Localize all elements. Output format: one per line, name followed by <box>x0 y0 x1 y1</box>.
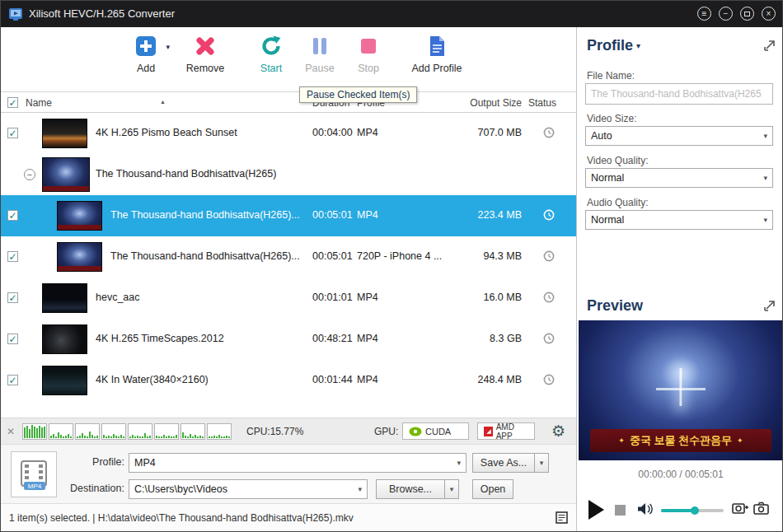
row-checkbox[interactable]: ✓ <box>7 210 18 221</box>
audio-quality-select[interactable]: Normal ▾ <box>585 210 773 230</box>
expand-preview-icon[interactable] <box>763 300 776 315</box>
playback-time: 00:00:00 / 00:05:01 <box>577 469 783 480</box>
main-pane: ▾ Add Remove Start Pause <box>1 27 576 532</box>
volume-slider-fill <box>661 509 694 512</box>
close-button[interactable]: × <box>762 7 776 21</box>
browse-button[interactable]: Browse... <box>376 479 445 499</box>
preview-video: ✦ 중국 보물 천수관음무 ✦ <box>579 320 783 460</box>
conversion-report-icon[interactable] <box>555 511 570 528</box>
row-name: hevc_aac <box>96 292 140 303</box>
table-row-group[interactable]: − The Thousand-hand Bodhisattva(H265) <box>1 154 576 195</box>
row-profile: MP4 <box>357 292 378 303</box>
pause-icon <box>293 34 346 60</box>
table-row[interactable]: ✓ 4K In Water(3840×2160) 00:01:44 MP4 24… <box>1 360 576 401</box>
row-checkbox[interactable]: ✓ <box>7 292 18 303</box>
check-icon: ✓ <box>8 128 16 138</box>
expand-profile-icon[interactable] <box>763 40 776 54</box>
volume-slider[interactable] <box>661 509 724 512</box>
cuda-badge[interactable]: CUDA <box>402 422 469 440</box>
stop-playback-button[interactable] <box>615 505 626 516</box>
destination-select[interactable]: C:\Users\byc\Videos ▾ <box>129 479 368 499</box>
row-duration: 00:05:01 <box>312 209 353 221</box>
sort-indicator-icon: ▲ <box>160 99 166 105</box>
maximize-button[interactable] <box>740 7 754 21</box>
row-checkbox[interactable]: ✓ <box>7 375 18 385</box>
column-output-size[interactable]: Output Size <box>446 97 522 109</box>
preview-section-title[interactable]: Preview <box>587 297 643 315</box>
video-size-label: Video Size: <box>587 113 637 124</box>
cpu-usage-graph <box>22 423 232 440</box>
play-button[interactable] <box>588 500 604 520</box>
row-name: The Thousand-hand Bodhisattva(H265)... <box>110 250 300 262</box>
select-all-checkbox[interactable]: ✓ <box>7 97 18 108</box>
table-row[interactable]: ✓ hevc_aac 00:01:01 MP4 16.0 MB <box>1 278 576 319</box>
status-clock-icon <box>543 127 555 141</box>
player-controls <box>577 488 783 532</box>
amd-icon <box>484 427 493 436</box>
amd-app-badge[interactable]: AMD APP <box>477 422 535 440</box>
app-logo-icon <box>8 7 23 21</box>
stop-button[interactable]: Stop <box>342 34 395 74</box>
save-as-dropdown-button[interactable]: ▾ <box>534 453 549 473</box>
row-profile: MP4 <box>357 333 378 344</box>
row-name: 4K H.265 Pismo Beach Sunset <box>96 127 237 138</box>
remove-button[interactable]: Remove <box>179 34 232 74</box>
svg-text:MP4: MP4 <box>28 483 42 490</box>
file-name-input[interactable]: The Thousand-hand Bodhisattva(H265 <box>585 83 773 105</box>
row-checkbox[interactable]: ✓ <box>7 334 18 344</box>
browse-dropdown-button[interactable]: ▾ <box>444 479 459 499</box>
add-dropdown-icon[interactable]: ▾ <box>166 43 170 51</box>
profile-format-icon: MP4 <box>11 451 57 497</box>
row-name: 4K H.265 TimeScapes.2012 <box>96 333 224 344</box>
title-bar: Xilisoft HEVC/H.265 Converter ≡ − × <box>1 1 783 27</box>
snapshot-film-icon[interactable] <box>732 501 748 518</box>
row-checkbox[interactable]: ✓ <box>7 128 18 138</box>
pause-button[interactable]: Pause <box>293 34 346 74</box>
window-title: Xilisoft HEVC/H.265 Converter <box>29 7 175 20</box>
row-duration: 00:04:00 <box>312 127 353 138</box>
row-profile: MP4 <box>357 374 378 385</box>
add-button[interactable]: ▾ Add <box>120 34 172 74</box>
video-quality-label: Video Quality: <box>587 155 649 166</box>
table-header: ✓ Name ▲ Duration Profile Output Size St… <box>1 91 576 113</box>
open-button[interactable]: Open <box>472 479 513 499</box>
video-quality-select[interactable]: Normal ▾ <box>585 168 773 188</box>
row-size: 8.3 GB <box>446 333 522 344</box>
profile-select[interactable]: MP4 ▾ <box>129 453 467 473</box>
status-clock-icon <box>543 333 555 347</box>
stage-light <box>656 388 706 390</box>
close-monitor-icon[interactable]: ✕ <box>7 426 15 437</box>
profile-label: Profile: <box>65 456 124 468</box>
gpu-label: GPU: <box>374 426 398 437</box>
minimize-button[interactable]: − <box>719 7 733 21</box>
video-thumbnail <box>42 283 87 313</box>
table-row[interactable]: ✓ 4K H.265 TimeScapes.2012 00:48:21 MP4 … <box>1 319 576 360</box>
minus-icon: − <box>27 170 32 180</box>
video-size-select[interactable]: Auto ▾ <box>585 126 773 146</box>
profile-section-title[interactable]: Profile▾ <box>587 37 640 54</box>
collapse-icon[interactable]: − <box>24 169 35 180</box>
file-list: ✓ 4K H.265 Pismo Beach Sunset 00:04:00 M… <box>1 113 576 418</box>
toolbar: ▾ Add Remove Start Pause <box>1 27 576 91</box>
status-bar: 1 item(s) selected. | H:\data\video\The … <box>1 503 576 532</box>
camera-snapshot-icon[interactable] <box>753 501 770 518</box>
check-icon: ✓ <box>8 211 16 221</box>
save-as-button[interactable]: Save As... <box>472 453 535 473</box>
column-name[interactable]: Name <box>26 97 52 109</box>
column-status[interactable]: Status <box>528 97 556 109</box>
table-row[interactable]: ✓ The Thousand-hand Bodhisattva(H265)...… <box>1 236 576 278</box>
add-profile-button[interactable]: Add Profile <box>405 34 469 74</box>
status-clock-icon <box>543 250 555 264</box>
video-thumbnail <box>42 366 87 395</box>
volume-slider-handle[interactable] <box>691 506 699 515</box>
table-row[interactable]: ✓ 4K H.265 Pismo Beach Sunset 00:04:00 M… <box>1 113 576 154</box>
nvidia-icon <box>409 427 422 436</box>
chevron-down-icon: ▾ <box>763 174 767 182</box>
volume-icon[interactable] <box>636 502 654 519</box>
start-button[interactable]: Start <box>245 34 298 74</box>
check-icon: ✓ <box>8 293 16 303</box>
menu-button[interactable]: ≡ <box>697 7 711 21</box>
row-checkbox[interactable]: ✓ <box>7 251 18 262</box>
gear-icon[interactable]: ⚙ <box>551 422 565 441</box>
table-row-selected[interactable]: ✓ The Thousand-hand Bodhisattva(H265)...… <box>1 195 576 236</box>
